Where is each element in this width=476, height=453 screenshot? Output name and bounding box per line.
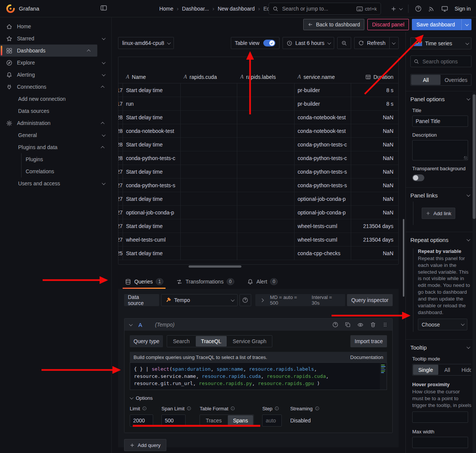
- options-scrollbar[interactable]: [473, 94, 476, 219]
- scope-all[interactable]: All: [411, 75, 441, 85]
- traceql-code-line: resource.git.run_url, resource.rapids.py…: [134, 380, 377, 387]
- scope-overrides[interactable]: Overrides: [441, 75, 471, 85]
- database-icon: [125, 279, 131, 285]
- news-rss-icon[interactable]: [428, 5, 435, 12]
- max-width-input[interactable]: [412, 437, 468, 448]
- documentation-link[interactable]: Documentation: [350, 354, 383, 360]
- step-input[interactable]: [262, 414, 282, 427]
- import-trace-button[interactable]: Import trace: [350, 335, 387, 347]
- limit-input[interactable]: [130, 414, 153, 427]
- tab-alert[interactable]: Alert0: [246, 274, 279, 289]
- query-inspector-button[interactable]: Query inspector: [347, 294, 393, 306]
- help-icon[interactable]: [415, 5, 422, 12]
- time-range-picker[interactable]: Last 6 hours: [283, 37, 334, 49]
- bell-icon: [6, 72, 12, 78]
- section-panel-links[interactable]: Panel links: [410, 192, 471, 199]
- sidebar-item-data-sources[interactable]: Data sources: [0, 105, 111, 117]
- variable-dropdown[interactable]: linux-amd64-cpu8: [118, 37, 174, 49]
- chevron-down-icon: [467, 237, 470, 241]
- help-circle-icon[interactable]: [332, 322, 338, 328]
- zoom-out-button[interactable]: [337, 37, 351, 49]
- section-repeat-options[interactable]: Repeat options: [410, 237, 471, 243]
- tooltip-mode-single[interactable]: Single: [413, 365, 438, 375]
- text-field-icon: A: [298, 74, 301, 80]
- new-menu-button[interactable]: [391, 6, 402, 12]
- collapse-query-icon[interactable]: [129, 322, 133, 326]
- save-dashboard-button[interactable]: Save dashboard: [412, 19, 471, 30]
- query-card-header[interactable]: A (Tempo): [124, 319, 392, 331]
- tab-transformations[interactable]: Transformations0: [175, 274, 235, 289]
- divider: [406, 232, 476, 232]
- sidebar-item-starred[interactable]: Starred: [0, 32, 111, 45]
- discard-panel-button[interactable]: Discard panel: [367, 19, 409, 30]
- breadcrumb-item[interactable]: Home: [159, 6, 173, 12]
- datasource-picker[interactable]: Tempo: [161, 294, 238, 306]
- traceql-editor[interactable]: { } | select(span:duration, span:name, r…: [130, 362, 387, 390]
- sidebar-item-connections[interactable]: Connections: [0, 81, 111, 93]
- breadcrumb-item[interactable]: Dashboar...: [182, 6, 209, 12]
- panel-title-input[interactable]: [412, 116, 468, 127]
- sidebar-item-plugins-and-data[interactable]: Plugins and data: [0, 141, 111, 153]
- sidebar-item-plugins[interactable]: Plugins: [0, 153, 111, 165]
- query-type-search[interactable]: Search: [167, 336, 195, 347]
- shortcut-hint: ctrl+k: [356, 6, 377, 12]
- visualization-picker[interactable]: Time series: [410, 37, 471, 49]
- sidebar-item-explore[interactable]: Explore: [0, 57, 111, 69]
- tab-queries[interactable]: Queries1: [124, 274, 164, 289]
- save-dashboard-menu[interactable]: [461, 19, 471, 30]
- back-to-dashboard-button[interactable]: Back to dashboard: [303, 19, 365, 30]
- search-input[interactable]: [281, 5, 353, 12]
- span-limit-input[interactable]: [161, 414, 186, 427]
- brand[interactable]: Grafana: [6, 4, 39, 13]
- resize-handle[interactable]: [464, 156, 467, 160]
- section-panel-options[interactable]: Panel options: [410, 96, 471, 102]
- transparent-bg-toggle[interactable]: [412, 174, 424, 181]
- cell-partial: 28: [118, 151, 123, 165]
- tooltip-mode-all[interactable]: All: [439, 365, 456, 375]
- table-horizontal-scrollbar[interactable]: [189, 265, 241, 268]
- refresh-button[interactable]: Refresh: [354, 37, 399, 49]
- chevron-right-icon[interactable]: [260, 298, 264, 302]
- datasource-help-button[interactable]: [240, 294, 251, 306]
- tooltip-mode-hidden[interactable]: Hidden: [456, 365, 471, 375]
- options-search-input[interactable]: [422, 58, 468, 65]
- refresh-interval-menu[interactable]: [392, 41, 396, 45]
- delete-query-trash-icon[interactable]: [370, 322, 376, 328]
- column-header-service-name[interactable]: Aservice.name: [295, 71, 351, 83]
- format-spans[interactable]: Spans: [228, 415, 253, 426]
- monitor-icon[interactable]: [441, 5, 448, 12]
- column-header-duration[interactable]: Duration: [351, 71, 398, 83]
- add-link-button[interactable]: Add link: [422, 208, 455, 219]
- global-search[interactable]: ctrl+k: [269, 3, 381, 15]
- add-query-button[interactable]: Add query: [124, 439, 166, 451]
- sidebar-item-correlations[interactable]: Correlations: [0, 165, 111, 177]
- description-textarea[interactable]: [412, 140, 468, 160]
- sidebar-item-general[interactable]: General: [0, 129, 111, 141]
- table-view-toggle[interactable]: [263, 40, 275, 46]
- hide-query-eye-icon[interactable]: [357, 322, 364, 328]
- format-traces[interactable]: Traces: [200, 415, 227, 426]
- drag-handle-icon[interactable]: [382, 322, 388, 327]
- sidebar-item-users-and-access[interactable]: Users and access: [0, 177, 111, 190]
- column-header-rapids-cuda[interactable]: Arapids.cuda: [181, 71, 237, 83]
- query-type-service-graph[interactable]: Service Graph: [227, 336, 272, 347]
- duplicate-query-icon[interactable]: [345, 322, 351, 328]
- query-type-traceql[interactable]: TraceQL: [196, 336, 227, 347]
- sidebar-item-alerting[interactable]: Alerting: [0, 69, 111, 81]
- sidebar-item-dashboards[interactable]: Dashboards: [0, 45, 97, 57]
- cell-duration: NaN: [351, 179, 398, 192]
- sidebar-collapse-icon[interactable]: [100, 5, 107, 11]
- options-collapse[interactable]: Options: [130, 395, 387, 401]
- column-header-rapids-labels[interactable]: Arapids.labels: [237, 71, 295, 83]
- repeat-variable-select[interactable]: Choose: [418, 319, 467, 330]
- hover-proximity-input[interactable]: [412, 411, 468, 423]
- section-tooltip[interactable]: Tooltip: [410, 344, 471, 351]
- sidebar-item-administration[interactable]: Administration: [0, 117, 111, 129]
- column-header-name[interactable]: AName: [123, 71, 181, 83]
- sidebar-item-add-new-connection[interactable]: Add new connection: [0, 93, 111, 105]
- options-search[interactable]: [410, 55, 471, 67]
- sidebar-item-home[interactable]: Home: [0, 20, 111, 32]
- breadcrumb-item[interactable]: New dashboard: [218, 6, 255, 12]
- sign-in-link[interactable]: Sign in: [455, 6, 471, 12]
- content-scrollbar[interactable]: [403, 219, 404, 297]
